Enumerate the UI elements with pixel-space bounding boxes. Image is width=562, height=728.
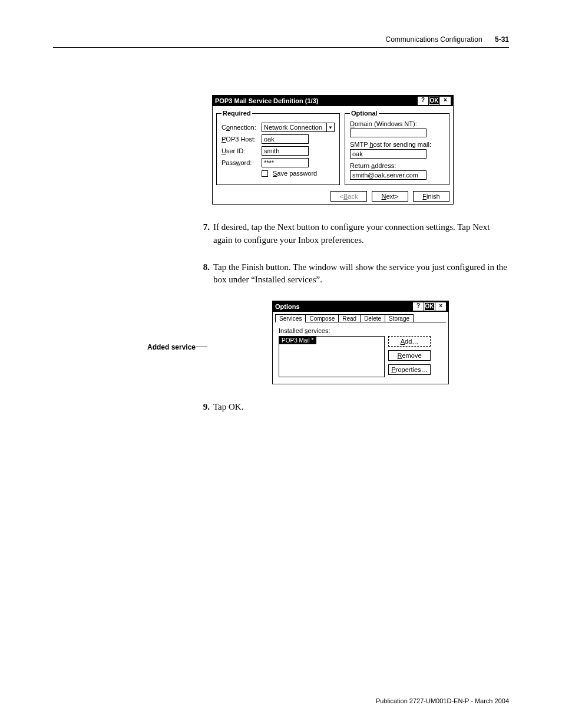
step-9: 9. Tap OK. xyxy=(194,401,509,414)
step-number: 8. xyxy=(194,261,210,287)
step-7: 7. If desired, tap the Next button to co… xyxy=(194,221,509,247)
add-button[interactable]: Add… xyxy=(388,336,431,347)
required-fieldset: Required Connection: Network Connection … xyxy=(216,110,340,185)
userid-label: User ID: xyxy=(222,147,259,154)
ok-button[interactable]: OK xyxy=(429,97,439,105)
save-password-label: Save password xyxy=(273,170,317,177)
connection-label: Connection: xyxy=(222,124,259,131)
close-button[interactable]: × xyxy=(435,302,446,311)
dialog-titlebar: Options ? OK × xyxy=(273,301,448,312)
close-button[interactable]: × xyxy=(440,97,451,105)
optional-fieldset: Optional Domain (Windows NT): SMTP host … xyxy=(345,110,449,185)
userid-input[interactable]: smith xyxy=(262,146,309,156)
tab-compose[interactable]: Compose xyxy=(305,314,339,322)
optional-legend: Optional xyxy=(350,110,379,117)
connection-value: Network Connection xyxy=(262,123,326,132)
password-label: Password: xyxy=(222,159,259,166)
options-dialog: Options ? OK × Services Compose Read Del… xyxy=(272,301,449,384)
tab-storage[interactable]: Storage xyxy=(385,314,414,322)
list-item[interactable]: POP3 Mail * xyxy=(279,337,316,344)
next-button[interactable]: Next> xyxy=(372,191,408,202)
step-number: 7. xyxy=(194,221,210,247)
tab-bar: Services Compose Read Delete Storage xyxy=(273,312,448,322)
pop3-definition-dialog: POP3 Mail Service Definition (1/3) ? OK … xyxy=(212,95,454,205)
domain-input[interactable] xyxy=(350,129,427,137)
dialog-title: POP3 Mail Service Definition (1/3) xyxy=(215,97,417,104)
dropdown-arrow-icon: ▼ xyxy=(326,123,335,132)
return-input[interactable]: smith@oak.server.com xyxy=(350,170,427,180)
tab-read[interactable]: Read xyxy=(338,314,361,322)
tab-delete[interactable]: Delete xyxy=(360,314,385,322)
pop3host-input[interactable]: oak xyxy=(262,134,309,144)
tab-services[interactable]: Services xyxy=(275,314,306,322)
step-text: Tap OK. xyxy=(213,401,509,414)
publication-footer: Publication 2727-UM001D-EN-P - March 200… xyxy=(376,697,509,704)
section-title: Communications Configuration xyxy=(386,35,482,44)
added-service-callout: Added service xyxy=(147,301,196,351)
back-button: <Back xyxy=(330,191,367,202)
finish-button[interactable]: Finish xyxy=(413,191,449,202)
return-label: Return address: xyxy=(350,162,444,169)
services-panel: Installed services: POP3 Mail * Add… Rem… xyxy=(275,322,446,381)
save-password-checkbox[interactable] xyxy=(262,170,268,177)
pop3host-label: POP3 Host: xyxy=(222,136,259,143)
remove-button[interactable]: Remove xyxy=(388,350,431,361)
help-button[interactable]: ? xyxy=(418,97,428,105)
installed-services-label: Installed services: xyxy=(279,327,442,334)
step-number: 9. xyxy=(194,401,210,414)
required-legend: Required xyxy=(222,110,252,117)
step-text: Tap the Finish button. The window will s… xyxy=(213,261,509,287)
page-header: Communications Configuration 5-31 xyxy=(53,35,509,48)
domain-label: Domain (Windows NT): xyxy=(350,120,444,127)
properties-button[interactable]: Properties… xyxy=(388,364,431,375)
installed-services-list[interactable]: POP3 Mail * xyxy=(279,336,385,377)
password-input[interactable]: **** xyxy=(262,158,309,167)
dialog-titlebar: POP3 Mail Service Definition (1/3) ? OK … xyxy=(213,95,453,106)
step-text: If desired, tap the Next button to confi… xyxy=(213,221,509,247)
help-button[interactable]: ? xyxy=(413,302,424,311)
smtp-input[interactable]: oak xyxy=(350,149,427,159)
smtp-label: SMTP host for sending mail: xyxy=(350,141,444,148)
callout-line xyxy=(196,347,207,347)
step-8: 8. Tap the Finish button. The window wil… xyxy=(194,261,509,287)
dialog-title: Options xyxy=(275,303,412,310)
page-number: 5-31 xyxy=(495,35,509,44)
connection-select[interactable]: Network Connection ▼ xyxy=(262,123,335,132)
ok-button[interactable]: OK xyxy=(424,302,435,311)
